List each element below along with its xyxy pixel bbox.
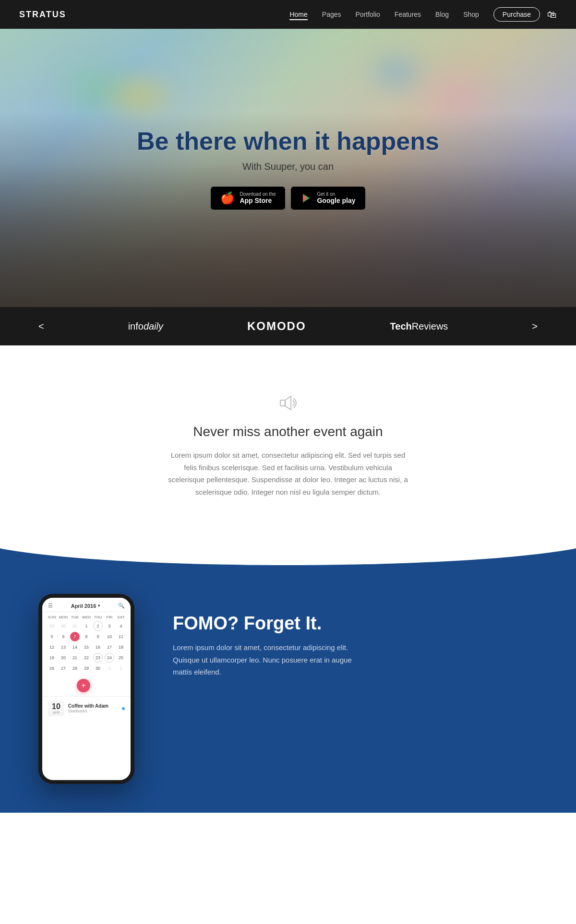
googleplay-button[interactable]: Get it on Google play xyxy=(291,187,365,210)
cal-cell: 15 xyxy=(82,642,91,652)
svg-marker-1 xyxy=(285,396,291,410)
cal-cell: 12 xyxy=(47,642,57,652)
cal-cell: 23 xyxy=(93,653,103,663)
cal-cell: 6 xyxy=(59,632,68,641)
cal-week-4: 19 20 21 22 23 24 25 xyxy=(46,653,127,663)
feature-icon-wrapper xyxy=(19,393,557,415)
appstore-big-text: App Store xyxy=(240,197,276,204)
nav-pages[interactable]: Pages xyxy=(322,11,341,18)
cal-cell: 20 xyxy=(59,653,68,663)
appstore-small-text: Download on the xyxy=(240,191,276,197)
cal-cell: 14 xyxy=(70,642,80,652)
day-mon: MON xyxy=(58,615,69,619)
blue-content: ☰ April 2016 ▾ 🔍 SUN MON TUE WE xyxy=(0,575,576,784)
cal-cell: 17 xyxy=(105,642,114,652)
feature-title: Never miss another event again xyxy=(19,424,557,439)
speaker-icon xyxy=(278,393,298,413)
purchase-button[interactable]: Purchase xyxy=(493,7,540,22)
hero-subtitle: With Suuper, you can xyxy=(137,161,439,172)
blue-text-content: FOMO? Forget It. Lorem ipsum dolor sit a… xyxy=(173,594,538,678)
cal-cell: 11 xyxy=(116,632,126,641)
search-icon: 🔍 xyxy=(118,603,125,609)
cal-cell: 9 xyxy=(93,632,103,641)
cal-cell: 26 xyxy=(47,663,57,673)
logo-infodaily: infodaily xyxy=(128,321,163,332)
cal-cell: 25 xyxy=(116,653,126,663)
day-thu: THU xyxy=(92,615,104,619)
cal-cell: 1 xyxy=(82,621,91,631)
event-dot xyxy=(122,707,125,710)
fab-add-button[interactable]: + xyxy=(77,679,90,692)
nav-blog[interactable]: Blog xyxy=(435,11,449,18)
phone-mockup: ☰ April 2016 ▾ 🔍 SUN MON TUE WE xyxy=(38,594,144,784)
cal-cell: 29 xyxy=(82,663,91,673)
phone-month: April 2016 ▾ xyxy=(71,603,100,609)
cal-cell: 18 xyxy=(116,642,126,652)
cal-cell: 4 xyxy=(116,621,126,631)
blue-spacer xyxy=(0,784,576,813)
event-title: Coffee with Adam xyxy=(68,703,108,709)
svg-rect-0 xyxy=(280,400,285,406)
feature-section: Never miss another event again Lorem ips… xyxy=(0,345,576,536)
cal-cell: 19 xyxy=(47,653,57,663)
cal-week-3: 12 13 14 15 16 17 18 xyxy=(46,642,127,652)
day-wed: WED xyxy=(81,615,92,619)
hero-section: Be there when it happens With Suuper, yo… xyxy=(0,29,576,307)
fomo-title: FOMO? Forget It. xyxy=(173,613,538,634)
phone-header: ☰ April 2016 ▾ 🔍 xyxy=(42,598,131,612)
section-wave xyxy=(0,536,576,565)
hero-title: Be there when it happens xyxy=(137,127,439,155)
fomo-description: Lorem ipsum dolor sit amet, consectetur … xyxy=(173,641,355,678)
event-date-num: 10 xyxy=(52,702,60,711)
logos-next-arrow[interactable]: > xyxy=(532,321,538,332)
logo-komodo: KOMODO xyxy=(247,320,306,333)
event-subtitle: Starbucks xyxy=(68,709,108,713)
cal-cell: 29 xyxy=(47,621,57,631)
logos-bar: < infodaily KOMODO TechReviews > xyxy=(0,307,576,345)
apple-icon: 🍎 xyxy=(220,191,235,205)
brand-logo[interactable]: STRATUS xyxy=(19,10,289,20)
nav-links: Home Pages Portfolio Features Blog Shop … xyxy=(289,7,540,22)
event-bar: 10 APR Coffee with Adam Starbucks xyxy=(42,696,131,720)
play-triangle-icon xyxy=(300,192,312,204)
tech-bold: Tech xyxy=(390,321,412,332)
cal-cell: 30 xyxy=(93,663,103,673)
phone-screen: ☰ April 2016 ▾ 🔍 SUN MON TUE WE xyxy=(42,598,131,780)
cal-cell: 5 xyxy=(47,632,57,641)
nav-shop[interactable]: Shop xyxy=(463,11,479,18)
cal-cell: 2 xyxy=(93,621,103,631)
googleplay-small-text: Get it on xyxy=(317,191,355,197)
cal-cell: 30 xyxy=(59,621,68,631)
hero-content: Be there when it happens With Suuper, yo… xyxy=(137,127,439,210)
powder-blue xyxy=(360,43,432,101)
fab-row: + xyxy=(42,677,131,694)
feature-description: Lorem ipsum dolor sit amet, consectetur … xyxy=(168,449,408,498)
cal-cell: 2 xyxy=(116,663,126,673)
cal-cell: 27 xyxy=(59,663,68,673)
cal-cell: 16 xyxy=(93,642,103,652)
phone-outer: ☰ April 2016 ▾ 🔍 SUN MON TUE WE xyxy=(38,594,134,784)
nav-home[interactable]: Home xyxy=(289,11,307,20)
cal-cell: 3 xyxy=(105,621,114,631)
cal-cell: 8 xyxy=(82,632,91,641)
cal-week-2: 5 6 7 8 9 10 11 xyxy=(46,632,127,641)
event-date-box: 10 APR xyxy=(48,700,64,716)
blue-section: ☰ April 2016 ▾ 🔍 SUN MON TUE WE xyxy=(0,536,576,813)
cal-cell: 31 xyxy=(70,621,80,631)
cal-week-1: 29 30 31 1 2 3 4 xyxy=(46,621,127,631)
cart-icon[interactable]: 🛍 xyxy=(547,9,557,20)
event-day: APR xyxy=(52,711,60,714)
cal-cell: 24 xyxy=(105,653,114,663)
nav-portfolio[interactable]: Portfolio xyxy=(356,11,380,18)
day-fri: FRI xyxy=(104,615,115,619)
calendar-grid: SUN MON TUE WED THU FRI SAT 29 30 3 xyxy=(42,612,131,677)
nav-features[interactable]: Features xyxy=(395,11,421,18)
day-tue: TUE xyxy=(69,615,81,619)
menu-icon: ☰ xyxy=(48,603,53,609)
cal-cell-today: 7 xyxy=(70,632,80,641)
appstore-button[interactable]: 🍎 Download on the App Store xyxy=(211,187,285,210)
day-sun: SUN xyxy=(46,615,58,619)
navbar: STRATUS Home Pages Portfolio Features Bl… xyxy=(0,0,576,29)
logo-techreviews: TechReviews xyxy=(390,321,448,332)
logos-prev-arrow[interactable]: < xyxy=(38,321,44,332)
